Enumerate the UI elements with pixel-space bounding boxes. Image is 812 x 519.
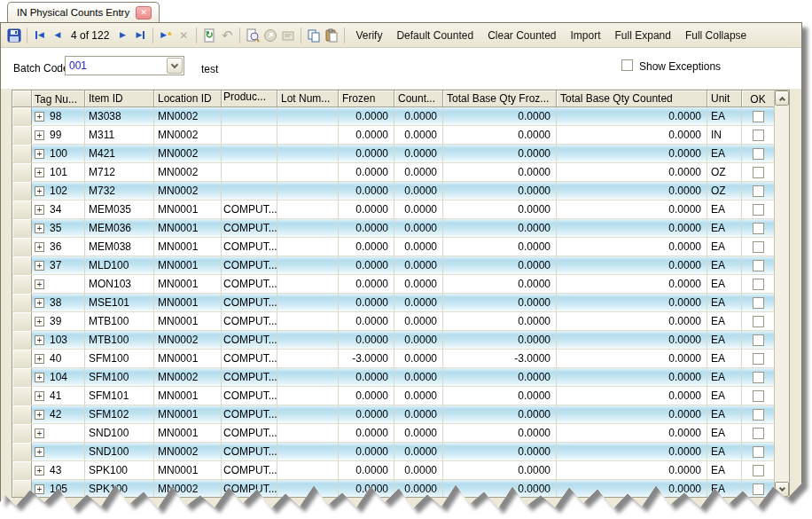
- undo-button[interactable]: ↶: [218, 26, 236, 44]
- refresh-button[interactable]: ↻: [200, 26, 218, 44]
- cell-location-id[interactable]: MN0002: [154, 331, 222, 349]
- cell-frozen[interactable]: 0.0000: [339, 294, 394, 311]
- ok-checkbox[interactable]: [753, 111, 764, 122]
- cell-item-id[interactable]: MEM038: [85, 238, 154, 256]
- ok-checkbox[interactable]: [753, 167, 764, 178]
- table-row[interactable]: +43SPK100MN0001COMPUT...0.00000.00000.00…: [12, 461, 774, 480]
- cell-ok[interactable]: [742, 350, 774, 367]
- expand-icon[interactable]: +: [35, 447, 44, 457]
- cell-location-id[interactable]: MN0001: [154, 256, 222, 274]
- row-header[interactable]: [12, 256, 32, 274]
- row-header[interactable]: [12, 201, 32, 218]
- cell-unit[interactable]: EA: [707, 294, 742, 311]
- cell-total-base-qty-frozen[interactable]: 0.0000: [443, 312, 557, 330]
- row-header[interactable]: [12, 182, 32, 200]
- cell-count[interactable]: 0.0000: [394, 461, 443, 479]
- cell-product[interactable]: COMPUT...: [222, 312, 277, 330]
- row-header[interactable]: [12, 405, 32, 423]
- cell-product[interactable]: COMPUT...: [222, 256, 277, 274]
- row-header[interactable]: [12, 238, 32, 256]
- cell-count[interactable]: 0.0000: [394, 238, 443, 256]
- cell-frozen[interactable]: 0.0000: [339, 275, 394, 293]
- cell-total-base-qty-frozen[interactable]: 0.0000: [443, 405, 557, 423]
- header-total-base-qty-counted[interactable]: Total Base Qty Counted: [557, 90, 707, 107]
- cell-product[interactable]: COMPUT...: [222, 368, 277, 386]
- cell-location-id[interactable]: MN0002: [154, 107, 222, 125]
- cell-lot-number[interactable]: [277, 294, 339, 311]
- header-item-id[interactable]: Item ID: [85, 90, 154, 107]
- cell-count[interactable]: 0.0000: [394, 275, 443, 293]
- cell-count[interactable]: 0.0000: [394, 350, 443, 367]
- cell-total-base-qty-counted[interactable]: 0.0000: [557, 238, 707, 256]
- cell-location-id[interactable]: MN0001: [154, 294, 222, 311]
- expand-icon[interactable]: +: [35, 429, 44, 438]
- cell-location-id[interactable]: MN0002: [154, 126, 222, 144]
- cell-tag-number[interactable]: +105: [32, 480, 85, 497]
- cell-total-base-qty-counted[interactable]: 0.0000: [557, 275, 707, 293]
- cell-frozen[interactable]: 0.0000: [339, 443, 394, 460]
- cell-lot-number[interactable]: [277, 275, 339, 293]
- expand-icon[interactable]: +: [35, 112, 44, 122]
- cell-product[interactable]: COMPUT...: [222, 350, 277, 367]
- header-count[interactable]: Count...: [394, 90, 443, 107]
- cell-item-id[interactable]: SFM100: [85, 350, 154, 367]
- cell-total-base-qty-counted[interactable]: 0.0000: [557, 145, 707, 162]
- cell-count[interactable]: 0.0000: [394, 256, 443, 274]
- cell-total-base-qty-frozen[interactable]: 0.0000: [443, 424, 557, 442]
- expand-icon[interactable]: +: [35, 130, 44, 140]
- default-counted-button[interactable]: Default Counted: [389, 26, 480, 44]
- cell-item-id[interactable]: M311: [85, 126, 154, 144]
- cell-unit[interactable]: EA: [707, 219, 742, 237]
- cell-item-id[interactable]: MON103: [85, 275, 154, 293]
- cell-total-base-qty-frozen[interactable]: 0.0000: [443, 238, 557, 256]
- delete-button[interactable]: ✕: [175, 26, 192, 44]
- cell-count[interactable]: 0.0000: [394, 126, 443, 144]
- header-frozen[interactable]: Frozen: [339, 90, 394, 107]
- expand-icon[interactable]: +: [35, 484, 44, 494]
- cell-unit[interactable]: EA: [707, 256, 742, 274]
- cell-total-base-qty-frozen[interactable]: 0.0000: [443, 256, 557, 274]
- cell-tag-number[interactable]: +101: [32, 163, 85, 181]
- cell-ok[interactable]: [742, 480, 774, 497]
- cell-item-id[interactable]: SFM102: [85, 405, 154, 423]
- cell-location-id[interactable]: MN0002: [154, 182, 222, 200]
- row-header[interactable]: [12, 107, 32, 125]
- ok-checkbox[interactable]: [753, 353, 764, 365]
- cell-count[interactable]: 0.0000: [394, 107, 443, 125]
- cell-total-base-qty-counted[interactable]: 0.0000: [557, 461, 707, 479]
- cell-total-base-qty-frozen[interactable]: 0.0000: [443, 387, 557, 405]
- header-total-base-qty-frozen[interactable]: Total Base Qty Froz...: [443, 90, 557, 107]
- verify-button[interactable]: Verify: [348, 26, 389, 44]
- cell-location-id[interactable]: MN0002: [154, 163, 222, 181]
- cell-frozen[interactable]: 0.0000: [339, 163, 394, 181]
- cell-ok[interactable]: [742, 201, 774, 218]
- cell-total-base-qty-counted[interactable]: 0.0000: [557, 182, 707, 200]
- cell-location-id[interactable]: MN0001: [154, 350, 222, 367]
- header-lot-number[interactable]: Lot Num...: [277, 90, 339, 107]
- cell-total-base-qty-frozen[interactable]: 0.0000: [443, 163, 557, 181]
- cell-total-base-qty-counted[interactable]: 0.0000: [557, 312, 707, 330]
- cell-lot-number[interactable]: [277, 405, 339, 423]
- expand-icon[interactable]: +: [35, 335, 44, 345]
- row-header[interactable]: [12, 368, 32, 386]
- row-header[interactable]: [12, 443, 32, 460]
- copy-button[interactable]: [305, 26, 323, 44]
- cell-item-id[interactable]: MLD100: [85, 256, 154, 274]
- cell-item-id[interactable]: SND100: [85, 443, 154, 460]
- cell-tag-number[interactable]: +103: [32, 331, 85, 349]
- cell-item-id[interactable]: MTB100: [85, 331, 154, 349]
- cell-tag-number[interactable]: +35: [32, 219, 85, 237]
- cell-tag-number[interactable]: +42: [32, 405, 85, 423]
- cell-tag-number[interactable]: +39: [32, 312, 85, 330]
- row-header[interactable]: [12, 145, 32, 162]
- header-ok[interactable]: OK: [742, 90, 774, 107]
- cell-lot-number[interactable]: [277, 182, 339, 200]
- cell-ok[interactable]: [742, 256, 774, 274]
- table-row[interactable]: +42SFM102MN0001COMPUT...0.00000.00000.00…: [12, 405, 774, 424]
- table-row[interactable]: +MON103MN0001COMPUT...0.00000.00000.0000…: [12, 275, 774, 294]
- previous-record-button[interactable]: ◀: [49, 26, 66, 44]
- cell-tag-number[interactable]: +: [32, 424, 85, 442]
- cell-tag-number[interactable]: +104: [32, 368, 85, 386]
- cell-ok[interactable]: [742, 275, 774, 293]
- cell-lot-number[interactable]: [277, 368, 339, 386]
